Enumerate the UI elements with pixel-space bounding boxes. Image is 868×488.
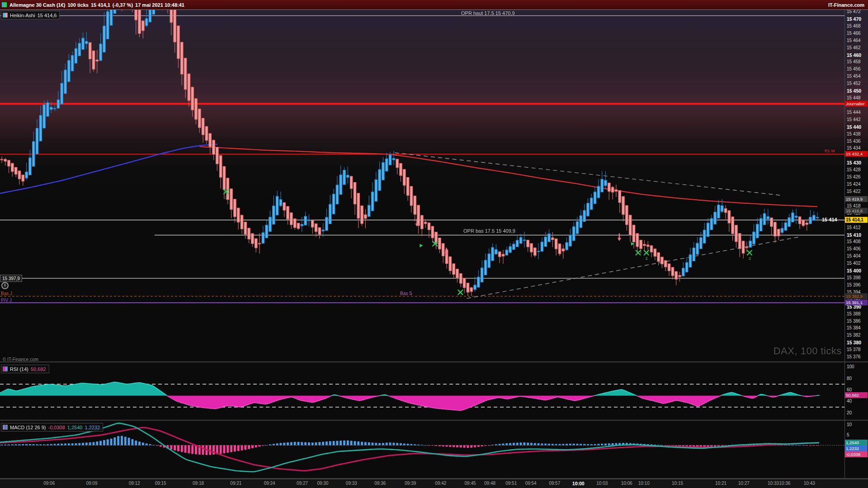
price-tick: 15 412 bbox=[847, 225, 861, 230]
macd-pane: MACD (12 26 9) -0,0308 1,2540 1,2232 bbox=[0, 421, 844, 478]
app-icon bbox=[1, 2, 7, 8]
price-tick: 15 404 bbox=[847, 253, 861, 259]
price-tick: 15 400 bbox=[847, 268, 861, 273]
macd-canvas[interactable] bbox=[0, 421, 844, 478]
price-tick: 15 402 bbox=[847, 261, 861, 266]
price-tick: 15 458 bbox=[847, 59, 861, 65]
rsi-legend-value: 50,682 bbox=[31, 366, 46, 372]
heikin-ashi-icon bbox=[3, 13, 8, 18]
price-tick: 15 470 bbox=[847, 16, 861, 22]
price-chart-canvas[interactable] bbox=[0, 10, 844, 361]
time-tick: 09:27 bbox=[292, 481, 312, 486]
axis-value-box: 15 432,4 bbox=[844, 151, 868, 157]
time-tick: 09:39 bbox=[401, 481, 420, 486]
rsi-axis-label: 100 bbox=[847, 364, 854, 370]
time-tick: 09:09 bbox=[82, 481, 102, 486]
time-tick: 10:21 bbox=[711, 481, 731, 486]
time-tick: 09:36 bbox=[370, 481, 390, 486]
price-tick: 15 460 bbox=[847, 52, 861, 58]
pane-splitter[interactable] bbox=[0, 420, 868, 421]
time-tick: 09:06 bbox=[39, 481, 59, 486]
macd-value-box: 1,2232 bbox=[844, 446, 868, 451]
change-label: (-0,37 %) bbox=[113, 2, 133, 8]
price-tick: 15 422 bbox=[847, 189, 861, 194]
macd-legend-label: MACD (12 26 9) bbox=[10, 425, 46, 430]
r1-m-label: R1 M bbox=[825, 148, 835, 153]
price-tick: 15 436 bbox=[847, 139, 861, 144]
time-tick: 09:12 bbox=[124, 481, 144, 486]
macd-signal-value: 1,2540 bbox=[67, 425, 83, 430]
time-tick: 10:00 bbox=[568, 481, 588, 486]
rsi-legend-label: RSI (14) bbox=[10, 366, 28, 372]
macd-line-value: 1,2232 bbox=[85, 425, 100, 430]
price-level-box: 15 397,9 bbox=[0, 275, 22, 282]
bas-j-label: Bas J bbox=[1, 291, 12, 296]
axis-value-box: 15 391,1 bbox=[844, 300, 868, 305]
main-chart-pane: Heikin-Ashi 15 414,6 OPR haut 17.5 15 47… bbox=[0, 10, 868, 361]
price-axis[interactable]: 15 47215 47015 46815 46615 46415 46215 4… bbox=[844, 0, 868, 488]
bas-s-label: Bas S bbox=[400, 291, 412, 296]
price-tick: 15 466 bbox=[847, 31, 861, 36]
time-tick: 10:43 bbox=[799, 481, 819, 486]
macd-axis-label: 10 bbox=[847, 422, 852, 427]
time-axis[interactable]: 09:0609:0909:1209:1509:1809:2109:2409:27… bbox=[0, 479, 868, 488]
opr-bas-label: OPR bas 17.5 15 409,9 bbox=[463, 228, 515, 234]
price-tick: 15 398 bbox=[847, 275, 861, 281]
price-tick: 15 464 bbox=[847, 38, 861, 43]
price-tick: 15 408 bbox=[847, 239, 861, 244]
price-tick: 15 450 bbox=[847, 88, 861, 94]
price-tick: 15 456 bbox=[847, 66, 861, 72]
price-tick: 15 382 bbox=[847, 333, 861, 338]
price-tick: 15 428 bbox=[847, 167, 861, 173]
time-tick: 09:30 bbox=[313, 481, 333, 486]
watermark: DAX, 100 ticks bbox=[774, 345, 842, 357]
time-tick: 09:45 bbox=[460, 481, 480, 486]
macd-value-box: 1,2540 bbox=[844, 440, 868, 446]
rsi-icon bbox=[3, 366, 8, 371]
time-tick: 10:27 bbox=[734, 481, 754, 486]
time-tick: 09:48 bbox=[480, 481, 500, 486]
main-legend[interactable]: Heikin-Ashi 15 414,6 bbox=[1, 11, 60, 19]
titlebar: Allemagne 30 Cash (1€) 100 ticks 15 414,… bbox=[0, 0, 868, 10]
time-tick: 09:21 bbox=[226, 481, 246, 486]
price-tick: 15 388 bbox=[847, 311, 861, 317]
time-tick: 09:42 bbox=[431, 481, 451, 486]
main-legend-label: Heikin-Ashi bbox=[10, 13, 35, 18]
rsi-axis-label: 40 bbox=[847, 399, 852, 404]
rsi-legend[interactable]: RSI (14) 50,682 bbox=[1, 365, 49, 373]
last-price-label: 15 414,1 bbox=[91, 2, 110, 8]
time-tick: 10:10 bbox=[634, 481, 654, 486]
datetime-label: 17 mai 2021 10:48:41 bbox=[135, 2, 184, 8]
price-tick: 15 384 bbox=[847, 325, 861, 331]
price-tick: 15 444 bbox=[847, 110, 861, 115]
axis-value-box: 15 414,1 bbox=[844, 217, 868, 223]
macd-icon bbox=[3, 425, 8, 430]
instrument-title: Allemagne 30 Cash (1€) bbox=[9, 2, 66, 8]
price-tick: 15 462 bbox=[847, 45, 861, 51]
price-tick: 15 440 bbox=[847, 124, 861, 130]
price-tick: 15 424 bbox=[847, 182, 861, 187]
rsi-canvas[interactable] bbox=[0, 362, 844, 420]
price-tick: 15 454 bbox=[847, 74, 861, 79]
time-tick: 10:03 bbox=[592, 481, 612, 486]
macd-legend[interactable]: MACD (12 26 9) -0,0308 1,2540 1,2232 bbox=[1, 423, 103, 432]
time-tick: 09:24 bbox=[259, 481, 279, 486]
clock-icon[interactable] bbox=[1, 282, 9, 289]
rsi-axis-label: 80 bbox=[847, 376, 852, 381]
axis-value-box: 15 416,6 bbox=[844, 208, 868, 214]
rsi-pane: RSI (14) 50,682 bbox=[0, 362, 844, 420]
price-tick: 15 406 bbox=[847, 246, 861, 252]
rsi-axis-label: 20 bbox=[847, 410, 852, 416]
axis-value-box: Journalier bbox=[844, 101, 868, 107]
price-tick: 15 376 bbox=[847, 354, 861, 360]
price-tick: 15 380 bbox=[847, 340, 861, 345]
main-legend-value: 15 414,6 bbox=[38, 13, 57, 18]
pane-splitter[interactable] bbox=[0, 361, 868, 362]
price-tick: 15 426 bbox=[847, 174, 861, 180]
pane-splitter[interactable] bbox=[0, 478, 868, 479]
time-tick: 10:36 bbox=[775, 481, 795, 486]
app-window: Allemagne 30 Cash (1€) 100 ticks 15 414,… bbox=[0, 0, 868, 488]
time-tick: 09:51 bbox=[501, 481, 521, 486]
time-tick: 09:18 bbox=[189, 481, 208, 486]
axis-separator bbox=[844, 10, 845, 479]
